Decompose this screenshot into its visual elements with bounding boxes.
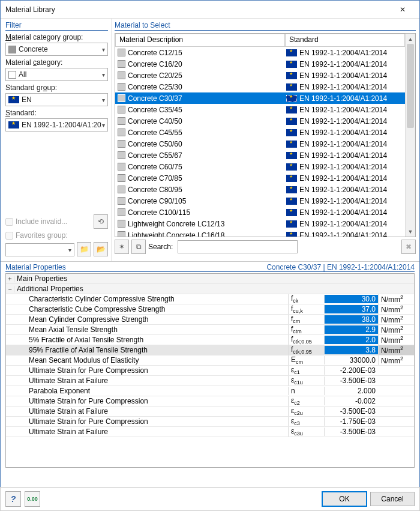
prop-label: 95% Fractile of Axial Tensile Strength bbox=[14, 346, 288, 354]
table-row[interactable]: Concrete C25/30EN 1992-1-1:2004/A1:2014 bbox=[115, 81, 405, 92]
property-row[interactable]: Characteristic Cube Compressive Strength… bbox=[6, 304, 414, 315]
search-input[interactable] bbox=[178, 240, 298, 253]
help-button[interactable]: ? bbox=[5, 491, 21, 507]
material-std: EN 1992-1-1:2004/A1:2014 bbox=[299, 151, 387, 160]
col-standard[interactable]: Standard bbox=[285, 34, 405, 47]
scroll-up-icon[interactable]: ▲ bbox=[406, 34, 415, 44]
table-row[interactable]: Concrete C50/60EN 1992-1-1:2004/A1:2014 bbox=[115, 138, 405, 150]
new-folder-button[interactable]: 📁 bbox=[77, 242, 91, 256]
table-row[interactable]: Concrete C70/85EN 1992-1-1:2004/A1:2014 bbox=[115, 172, 405, 184]
prop-label: Mean Cylinder Compressive Strength bbox=[14, 315, 288, 324]
property-row[interactable]: Ultimate Strain at Failureεc1u-3.500E-03 bbox=[6, 376, 414, 386]
material-desc: Concrete C45/55 bbox=[128, 129, 182, 137]
scrollbar[interactable]: ▲ ▼ bbox=[405, 34, 415, 237]
footer: ? 0.00 OK Cancel bbox=[0, 487, 420, 511]
filter-title: Filter bbox=[5, 21, 108, 31]
eu-flag-icon bbox=[286, 106, 297, 113]
material-desc: Concrete C25/30 bbox=[128, 83, 182, 91]
material-table: Material Description Standard Concrete C… bbox=[115, 33, 416, 237]
copy-button[interactable]: ⧉ bbox=[131, 240, 146, 254]
material-desc: Concrete C40/50 bbox=[128, 117, 182, 125]
material-std: EN 1992-1-1:2004/A1:2014 bbox=[299, 231, 387, 237]
main-properties-header[interactable]: +Main Properties bbox=[6, 274, 414, 284]
cancel-button[interactable]: Cancel bbox=[370, 492, 415, 506]
property-row[interactable]: Ultimate Strain at Failureεc2u-3.500E-03 bbox=[6, 407, 414, 417]
eu-flag-icon bbox=[8, 121, 19, 129]
material-std: EN 1992-1-1:2004/A1:2014 bbox=[299, 208, 387, 217]
prop-value: -2.200E-03 bbox=[324, 366, 378, 375]
property-row[interactable]: Ultimate Strain for Pure Compressionεc1-… bbox=[6, 366, 414, 376]
table-row[interactable]: Concrete C12/15EN 1992-1-1:2004/A1:2014 bbox=[115, 47, 405, 58]
properties-title: Material Properties bbox=[5, 263, 266, 272]
eu-flag-icon bbox=[286, 152, 297, 159]
property-row[interactable]: Ultimate Strain at Failureεc3u-3.500E-03 bbox=[6, 427, 414, 437]
scroll-thumb[interactable] bbox=[407, 44, 414, 128]
prop-unit: N/mm2 bbox=[378, 335, 414, 345]
titlebar: Material Library ✕ bbox=[1, 1, 419, 19]
table-row[interactable]: Concrete C60/75EN 1992-1-1:2004/A1:2014 bbox=[115, 161, 405, 172]
favorites-combo[interactable]: ▾ bbox=[5, 243, 74, 256]
table-row[interactable]: Concrete C30/37EN 1992-1-1:2004/A1:2014 bbox=[115, 92, 405, 104]
additional-properties-header[interactable]: −Additional Properties bbox=[6, 284, 414, 294]
material-icon bbox=[118, 231, 125, 237]
material-icon bbox=[118, 129, 125, 136]
material-desc: Lightweight Concrete LC16/18 bbox=[128, 231, 224, 237]
property-row[interactable]: Parabola Exponentn2.000 bbox=[6, 386, 414, 396]
property-row[interactable]: Mean Secant Modulus of ElasticityEcm3300… bbox=[6, 355, 414, 366]
property-row[interactable]: 5% Fractile of Axial Tensile Strengthfct… bbox=[6, 335, 414, 345]
ok-button[interactable]: OK bbox=[322, 492, 367, 506]
table-row[interactable]: Concrete C20/25EN 1992-1-1:2004/A1:2014 bbox=[115, 70, 405, 81]
material-icon bbox=[118, 220, 125, 228]
material-std: EN 1992-1-1:2004/A1:2014 bbox=[299, 163, 387, 171]
table-row[interactable]: Concrete C100/115EN 1992-1-1:2004/A1:201… bbox=[115, 207, 405, 218]
property-row[interactable]: Mean Axial Tensile Strengthfctm2.9N/mm2 bbox=[6, 325, 414, 335]
col-description[interactable]: Material Description bbox=[115, 34, 285, 47]
standard-combo[interactable]: EN 1992-1-1:2004/A1:201 ▾ bbox=[5, 118, 108, 132]
table-row[interactable]: Concrete C80/95EN 1992-1-1:2004/A1:2014 bbox=[115, 184, 405, 195]
material-desc: Concrete C80/95 bbox=[128, 186, 182, 194]
material-desc: Concrete C90/105 bbox=[128, 197, 186, 205]
favorites-label: Favorites group: bbox=[16, 231, 68, 240]
standard-group-combo[interactable]: EN ▾ bbox=[5, 93, 108, 106]
favorites-checkbox[interactable] bbox=[5, 232, 13, 240]
table-row[interactable]: Concrete C45/55EN 1992-1-1:2004/A1:2014 bbox=[115, 127, 405, 138]
delete-button[interactable]: ✖ bbox=[401, 240, 416, 254]
prop-label: 5% Fractile of Axial Tensile Strength bbox=[14, 336, 288, 344]
category-combo[interactable]: All ▾ bbox=[5, 68, 108, 81]
prop-value: 30.0 bbox=[324, 295, 378, 303]
category-group-combo[interactable]: Concrete ▾ bbox=[5, 43, 108, 56]
property-row[interactable]: Ultimate Strain for Pure Compressionεc3-… bbox=[6, 417, 414, 427]
prop-symbol: fcu,k bbox=[288, 304, 324, 314]
property-row[interactable]: 95% Fractile of Axial Tensile Strengthfc… bbox=[6, 345, 414, 355]
prop-symbol: εc2u bbox=[288, 407, 324, 416]
open-folder-button[interactable]: 📂 bbox=[94, 242, 108, 256]
scroll-down-icon[interactable]: ▼ bbox=[406, 226, 415, 237]
window-title: Material Library bbox=[5, 5, 391, 14]
property-row[interactable]: Characteristic Cylinder Compressive Stre… bbox=[6, 294, 414, 304]
property-row[interactable]: Mean Cylinder Compressive Strengthfcm38.… bbox=[6, 315, 414, 325]
material-std: EN 1992-1-1:2004/A1:2014 bbox=[299, 117, 387, 125]
table-row[interactable]: Concrete C90/105EN 1992-1-1:2004/A1:2014 bbox=[115, 195, 405, 207]
property-row[interactable]: Ultimate Strain for Pure Compressionεc2-… bbox=[6, 396, 414, 407]
include-invalid-checkbox[interactable] bbox=[5, 218, 13, 226]
material-std: EN 1992-1-1:2004/A1:2014 bbox=[299, 94, 387, 103]
close-button[interactable]: ✕ bbox=[391, 2, 415, 17]
prop-value: -3.500E-03 bbox=[324, 376, 378, 385]
table-row[interactable]: Lightweight Concrete LC16/18EN 1992-1-1:… bbox=[115, 229, 405, 237]
table-row[interactable]: Lightweight Concrete LC12/13EN 1992-1-1:… bbox=[115, 218, 405, 229]
material-icon bbox=[118, 106, 125, 113]
table-row[interactable]: Concrete C35/45EN 1992-1-1:2004/A1:2014 bbox=[115, 104, 405, 115]
table-row[interactable]: Concrete C40/50EN 1992-1-1:2004/A1:2014 bbox=[115, 115, 405, 127]
chevron-down-icon: ▾ bbox=[102, 122, 105, 129]
new-material-button[interactable]: ✶ bbox=[115, 240, 129, 254]
prop-value: 2.000 bbox=[324, 387, 378, 395]
precision-button[interactable]: 0.00 bbox=[25, 491, 40, 507]
material-std: EN 1992-1-1:2004/A1:2014 bbox=[299, 140, 387, 148]
eu-flag-icon bbox=[286, 83, 297, 91]
table-row[interactable]: Concrete C16/20EN 1992-1-1:2004/A1:2014 bbox=[115, 58, 405, 70]
material-icon bbox=[118, 83, 125, 91]
refresh-button[interactable]: ⟲ bbox=[94, 214, 108, 229]
all-icon bbox=[8, 71, 16, 79]
prop-symbol: fck bbox=[288, 294, 324, 304]
table-row[interactable]: Concrete C55/67EN 1992-1-1:2004/A1:2014 bbox=[115, 150, 405, 161]
